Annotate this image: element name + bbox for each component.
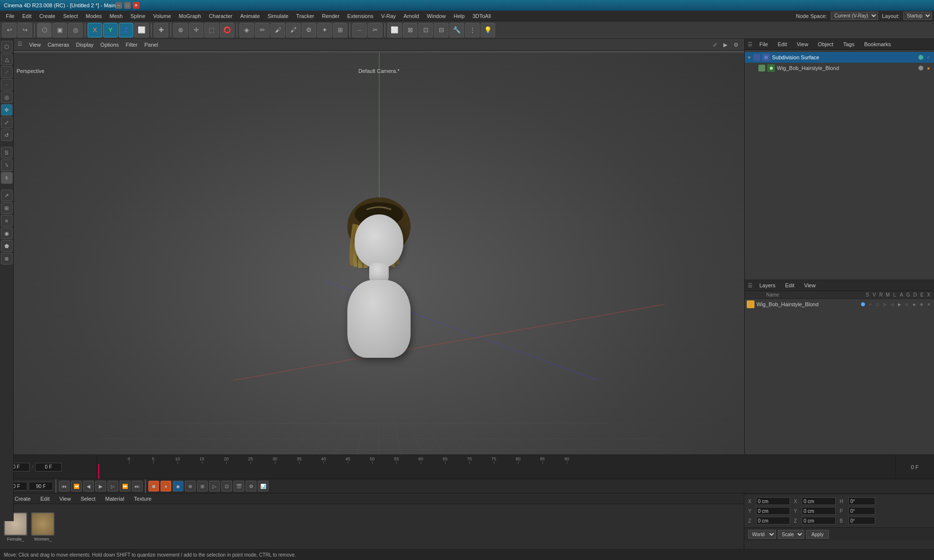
layers-menu-edit[interactable]: Edit: [782, 281, 797, 289]
vp-render-icon[interactable]: ▶: [721, 40, 730, 49]
obj-row-subdivision[interactable]: ▼ ⊞ Subdivision Surface ✓: [745, 52, 934, 63]
om-menu-object[interactable]: Object: [815, 40, 836, 48]
layer-motion-btn[interactable]: ▷: [881, 301, 888, 308]
new-object-button[interactable]: ✚: [154, 23, 168, 37]
lt-bend-tool[interactable]: ↗: [1, 190, 13, 201]
om-menu-bookmarks[interactable]: Bookmarks: [861, 40, 894, 48]
obj-row-wig[interactable]: ⬟ Wig_Bob_Hairstyle_Blond ■: [745, 63, 934, 73]
material-item-women[interactable]: Women_: [31, 512, 54, 542]
lt-scale[interactable]: ⤢: [1, 117, 13, 128]
help-btn[interactable]: 🔧: [449, 23, 464, 37]
step-forward-button[interactable]: ⏩: [120, 481, 130, 491]
go-to-end-button[interactable]: ⏭: [132, 481, 143, 491]
lt-move[interactable]: ✥: [1, 104, 13, 116]
axis-x-button[interactable]: X: [88, 23, 102, 37]
node-space-select[interactable]: Current (V-Ray): [831, 12, 878, 20]
layers-menu-layers[interactable]: Layers: [756, 281, 778, 289]
layer-xref-btn[interactable]: ✕: [925, 301, 932, 308]
lt-s-tool2[interactable]: 𝕊: [1, 159, 13, 171]
layer-deform-btn[interactable]: ◈: [911, 301, 917, 308]
vp-menu-display[interactable]: Display: [73, 41, 96, 49]
record-mode-button[interactable]: ●: [161, 481, 171, 491]
knife-btn[interactable]: ✂: [368, 23, 382, 37]
mat-menu-view[interactable]: View: [56, 495, 74, 503]
lt-layer-tool[interactable]: ≡: [1, 215, 13, 227]
menu-window[interactable]: Window: [423, 12, 449, 20]
mat-menu-select[interactable]: Select: [78, 495, 99, 503]
lt-rotate[interactable]: ↺: [1, 129, 13, 141]
menu-create[interactable]: Create: [36, 12, 59, 20]
lt-s-tool3[interactable]: $: [1, 172, 13, 184]
key-sel-button[interactable]: ⊞: [197, 481, 208, 491]
lt-grid-tool[interactable]: ⊞: [1, 202, 13, 214]
spline-animate-btn[interactable]: 🎬: [234, 481, 244, 491]
cube-view-btn[interactable]: ⬜: [387, 23, 402, 37]
maximize-button[interactable]: □: [124, 2, 131, 9]
menu-edit[interactable]: Edit: [18, 12, 36, 20]
end-frame-range-input[interactable]: [29, 482, 53, 490]
b-input[interactable]: [848, 517, 875, 525]
menu-arnold[interactable]: Arnold: [400, 12, 423, 20]
menu-mograph[interactable]: MoGraph: [175, 12, 205, 20]
lt-object-mode[interactable]: ⬡: [1, 41, 13, 52]
menu-simulate[interactable]: Simulate: [264, 12, 292, 20]
menu-extensions[interactable]: Extensions: [343, 12, 377, 20]
layer-row-wig[interactable]: Wig_Bob_Hairstyle_Blond ○ □ ▷ ◁ ▶ ◇ ◈ ⊕ …: [745, 299, 934, 310]
light-btn[interactable]: 💡: [481, 23, 495, 37]
scale-mode-select[interactable]: Scale: [778, 530, 804, 539]
layout-select[interactable]: Startup: [903, 12, 932, 20]
menu-tracker[interactable]: Tracker: [292, 12, 318, 20]
om-hamburger-icon[interactable]: ☰: [748, 41, 753, 48]
axis-y-button[interactable]: Y: [103, 23, 118, 37]
go-to-start-button[interactable]: ⏮: [59, 481, 70, 491]
next-frame-button[interactable]: ▷: [108, 481, 118, 491]
render-view-btn[interactable]: ⊟: [434, 23, 449, 37]
paint-button[interactable]: 🖍: [286, 23, 301, 37]
x-rot-input[interactable]: [802, 497, 836, 505]
layer-solo-btn[interactable]: [860, 301, 866, 308]
menu-file[interactable]: File: [2, 12, 18, 20]
weight-mode-button[interactable]: ◎: [68, 23, 83, 37]
scene-canvas[interactable]: Perspective Default Camera.*: [14, 52, 744, 521]
axis-z-button[interactable]: Z: [119, 23, 133, 37]
move-tool-button[interactable]: ✛: [189, 23, 203, 37]
layer-render-btn[interactable]: □: [874, 301, 881, 308]
timeline-track[interactable]: [97, 464, 895, 479]
menu-help[interactable]: Help: [450, 12, 469, 20]
vp-menu-cameras[interactable]: Cameras: [45, 41, 72, 49]
menu-3dtoall[interactable]: 3DToAll: [468, 12, 495, 20]
layer-animate-btn[interactable]: ⊡: [221, 481, 232, 491]
layers-menu-view[interactable]: View: [801, 281, 819, 289]
wig-eye-btn[interactable]: [917, 65, 924, 71]
vp-menu-view[interactable]: View: [26, 41, 44, 49]
z-pos-input[interactable]: [756, 517, 790, 525]
lt-edge-mode[interactable]: ⟋: [1, 66, 13, 78]
select-circle-button[interactable]: ⭕: [220, 23, 234, 37]
auto-key-button[interactable]: ◆: [173, 481, 183, 491]
vp-fullscreen-icon[interactable]: ⤢: [710, 40, 719, 49]
menu-mesh[interactable]: Mesh: [106, 12, 126, 20]
vp-hamburger-icon[interactable]: ☰: [18, 41, 22, 49]
prev-frame-button[interactable]: ◀: [83, 481, 94, 491]
timeline-btn[interactable]: ⏤: [352, 23, 367, 37]
coord-system-select[interactable]: World Object: [748, 530, 776, 539]
select-rect-button[interactable]: ⬚: [204, 23, 219, 37]
menu-render[interactable]: Render: [318, 12, 343, 20]
layer-anim-btn[interactable]: ▶: [896, 301, 903, 308]
lt-paint-tool[interactable]: ◉: [1, 228, 13, 239]
sculpt-button[interactable]: 🖌: [270, 23, 285, 37]
snap-button[interactable]: ✦: [317, 23, 332, 37]
lt-live-select[interactable]: ◎: [1, 91, 13, 103]
key-all-button[interactable]: ⊕: [185, 481, 196, 491]
mat-menu-texture[interactable]: Texture: [131, 495, 154, 503]
om-menu-view[interactable]: View: [794, 40, 811, 48]
vp-menu-panel[interactable]: Panel: [142, 41, 161, 49]
settings-button[interactable]: ⚙: [302, 23, 316, 37]
layer-lock-btn[interactable]: ◁: [889, 301, 896, 308]
layer-gen-btn[interactable]: ◇: [903, 301, 910, 308]
extra-animate-btn2[interactable]: 📊: [258, 481, 269, 491]
y-rot-input[interactable]: [802, 507, 836, 515]
material-thumb-women[interactable]: [31, 512, 54, 536]
wig-color-btn[interactable]: ■: [925, 65, 932, 71]
menu-vray[interactable]: V-Ray: [377, 12, 400, 20]
